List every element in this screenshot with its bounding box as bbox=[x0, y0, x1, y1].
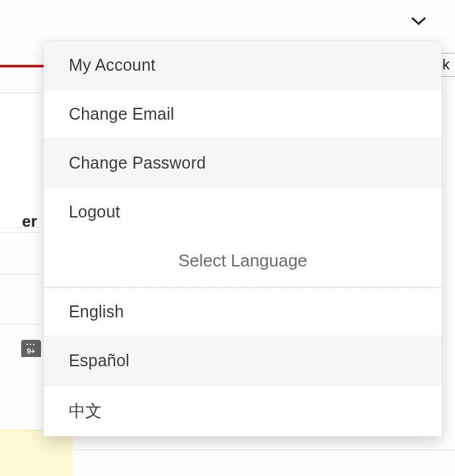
bg-divider bbox=[0, 274, 40, 274]
menu-item-change-password[interactable]: Change Password bbox=[44, 139, 442, 188]
menu-item-label: Change Email bbox=[69, 104, 174, 123]
bg-partial-label: er bbox=[0, 210, 40, 233]
notification-badge: ••• 9+ bbox=[20, 338, 42, 358]
menu-item-lang-english[interactable]: English bbox=[44, 288, 442, 337]
menu-item-label: English bbox=[69, 302, 124, 321]
menu-item-change-email[interactable]: Change Email bbox=[44, 90, 442, 139]
chevron-down-icon bbox=[410, 15, 427, 28]
menu-item-label: Change Password bbox=[69, 153, 206, 172]
menu-item-label: My Account bbox=[69, 56, 155, 74]
menu-item-label: Logout bbox=[69, 202, 120, 221]
account-menu-trigger[interactable] bbox=[409, 12, 429, 32]
menu-item-label: Español bbox=[69, 351, 130, 370]
menu-item-lang-spanish[interactable]: Español bbox=[44, 337, 442, 385]
bg-divider bbox=[74, 450, 455, 450]
menu-item-logout[interactable]: Logout bbox=[44, 188, 442, 232]
account-dropdown: My Account Change Email Change Password … bbox=[44, 41, 442, 436]
bg-highlight-panel bbox=[0, 430, 73, 476]
menu-item-lang-chinese[interactable]: 中文 bbox=[44, 385, 442, 436]
menu-item-my-account[interactable]: My Account bbox=[44, 41, 442, 90]
menu-section-header-language: Select Language bbox=[44, 232, 442, 288]
bg-panel bbox=[0, 93, 40, 228]
bg-divider bbox=[0, 324, 40, 325]
menu-item-label: 中文 bbox=[69, 401, 102, 420]
